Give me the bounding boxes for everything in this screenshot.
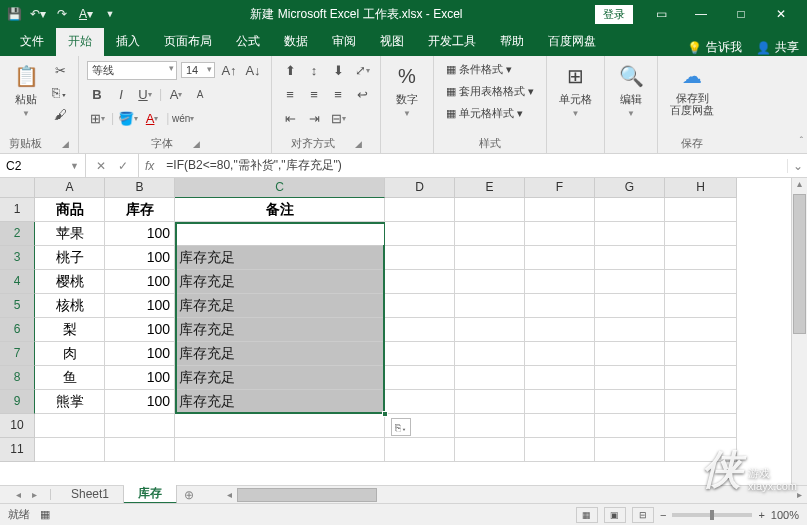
cell[interactable]: 库存充足 <box>175 342 385 366</box>
cell[interactable] <box>665 438 737 462</box>
cell[interactable] <box>665 294 737 318</box>
cell[interactable]: 肉 <box>35 342 105 366</box>
cell[interactable] <box>455 294 525 318</box>
orientation-icon[interactable]: ⤢ <box>352 60 372 80</box>
cell[interactable]: 樱桃 <box>35 270 105 294</box>
formula-input[interactable]: =IF(B2<=80,"需补货","库存充足") <box>160 157 787 174</box>
cell[interactable]: 核桃 <box>35 294 105 318</box>
cell[interactable]: 备注 <box>175 198 385 222</box>
login-button[interactable]: 登录 <box>595 5 633 24</box>
align-left-icon[interactable]: ≡ <box>280 84 300 104</box>
normal-view-icon[interactable]: ▦ <box>576 507 598 523</box>
cell[interactable] <box>525 318 595 342</box>
sheet-tab[interactable]: Sheet1 <box>57 486 124 503</box>
row-header[interactable]: 11 <box>0 438 35 462</box>
cell[interactable] <box>455 270 525 294</box>
align-middle-icon[interactable]: ↕ <box>304 60 324 80</box>
cell[interactable] <box>455 438 525 462</box>
cell[interactable] <box>385 222 455 246</box>
font-color-icon[interactable]: A <box>142 108 162 128</box>
cell[interactable] <box>525 198 595 222</box>
column-header[interactable]: G <box>595 178 665 198</box>
cell[interactable] <box>665 342 737 366</box>
cell[interactable] <box>595 390 665 414</box>
share-button[interactable]: 👤共享 <box>756 39 799 56</box>
row-header[interactable]: 9 <box>0 390 35 414</box>
tab-page-layout[interactable]: 页面布局 <box>152 28 224 56</box>
column-headers[interactable]: ABCDEFGH <box>35 178 737 198</box>
row-header[interactable]: 4 <box>0 270 35 294</box>
cell[interactable]: 熊掌 <box>35 390 105 414</box>
cell[interactable] <box>385 198 455 222</box>
cell[interactable] <box>455 414 525 438</box>
format-painter-icon[interactable]: 🖌 <box>50 104 70 124</box>
row-header[interactable]: 8 <box>0 366 35 390</box>
align-center-icon[interactable]: ≡ <box>304 84 324 104</box>
cell[interactable] <box>385 342 455 366</box>
grow-font-icon[interactable]: A <box>166 84 186 104</box>
cell[interactable] <box>385 318 455 342</box>
dialog-launcher-icon[interactable]: ◢ <box>193 139 200 149</box>
scroll-right-icon[interactable]: ▸ <box>791 489 807 500</box>
cell[interactable] <box>385 270 455 294</box>
editing-button[interactable]: 🔍 编辑 ▼ <box>613 60 649 149</box>
cell[interactable]: 库存充足 <box>175 390 385 414</box>
tab-nav-prev-icon[interactable]: ◂ <box>10 489 26 500</box>
cancel-formula-icon[interactable]: ✕ <box>90 159 112 173</box>
cell[interactable] <box>525 342 595 366</box>
shrink-font-icon[interactable]: A <box>190 84 210 104</box>
cell[interactable] <box>525 414 595 438</box>
sheet-tab[interactable]: 库存 <box>124 485 177 504</box>
align-bottom-icon[interactable]: ⬇ <box>328 60 348 80</box>
cell[interactable]: 鱼 <box>35 366 105 390</box>
cell[interactable] <box>595 246 665 270</box>
vscroll-thumb[interactable] <box>793 194 806 334</box>
paste-button[interactable]: 📋 粘贴 ▼ <box>8 60 44 134</box>
align-top-icon[interactable]: ⬆ <box>280 60 300 80</box>
cell[interactable] <box>595 270 665 294</box>
tab-formulas[interactable]: 公式 <box>224 28 272 56</box>
italic-icon[interactable]: I <box>111 84 131 104</box>
tab-home[interactable]: 开始 <box>56 28 104 56</box>
tab-baidu[interactable]: 百度网盘 <box>536 28 608 56</box>
cell[interactable]: 100 <box>105 270 175 294</box>
page-layout-view-icon[interactable]: ▣ <box>604 507 626 523</box>
cell[interactable]: 桃子 <box>35 246 105 270</box>
tab-developer[interactable]: 开发工具 <box>416 28 488 56</box>
ribbon-display-icon[interactable]: ▭ <box>641 1 681 27</box>
tab-view[interactable]: 视图 <box>368 28 416 56</box>
dialog-launcher-icon[interactable]: ◢ <box>62 139 69 149</box>
cell[interactable]: 100 <box>105 222 175 246</box>
cell[interactable]: 100 <box>105 342 175 366</box>
column-header[interactable]: H <box>665 178 737 198</box>
tab-data[interactable]: 数据 <box>272 28 320 56</box>
decrease-indent-icon[interactable]: ⇤ <box>280 108 300 128</box>
autofill-options-icon[interactable]: ⎘▾ <box>391 418 411 436</box>
horizontal-scrollbar[interactable]: ◂ ▸ <box>221 486 807 503</box>
zoom-out-icon[interactable]: − <box>660 509 666 521</box>
cell[interactable] <box>665 414 737 438</box>
row-header[interactable]: 1 <box>0 198 35 222</box>
cell[interactable]: 库存充足 <box>175 222 385 246</box>
table-format-button[interactable]: ▦套用表格格式 ▾ <box>442 82 538 101</box>
cells-area[interactable]: 商品库存备注苹果100库存充足桃子100库存充足樱桃100库存充足核桃100库存… <box>35 198 737 462</box>
copy-icon[interactable]: ⎘▾ <box>50 82 70 102</box>
cell-styles-button[interactable]: ▦单元格样式 ▾ <box>442 104 538 123</box>
cell[interactable] <box>525 438 595 462</box>
cell[interactable] <box>665 270 737 294</box>
merge-icon[interactable]: ⊟ <box>328 108 348 128</box>
fx-icon[interactable]: fx <box>139 159 160 173</box>
fill-color-icon[interactable]: 🪣 <box>118 108 138 128</box>
wrap-text-icon[interactable]: ↩ <box>352 84 372 104</box>
column-header[interactable]: C <box>175 178 385 198</box>
cells-button[interactable]: ⊞ 单元格 ▼ <box>555 60 596 149</box>
column-header[interactable]: F <box>525 178 595 198</box>
save-icon[interactable]: 💾 <box>6 6 22 22</box>
cell[interactable] <box>455 222 525 246</box>
cell[interactable] <box>385 366 455 390</box>
row-header[interactable]: 5 <box>0 294 35 318</box>
row-headers[interactable]: 1234567891011 <box>0 198 35 462</box>
cell[interactable] <box>385 294 455 318</box>
column-header[interactable]: E <box>455 178 525 198</box>
cell[interactable] <box>525 222 595 246</box>
